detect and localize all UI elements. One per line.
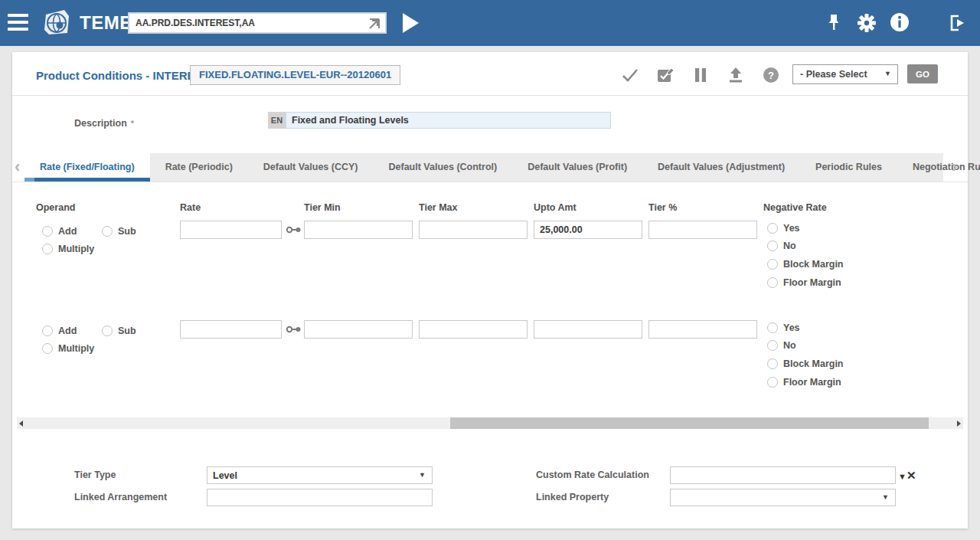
radio-circle-icon: [102, 326, 113, 336]
validate-check-icon[interactable]: [621, 66, 639, 84]
linked-arrangement-label: Linked Arrangement: [74, 492, 167, 502]
row1-upto-amt-input[interactable]: [534, 221, 642, 239]
help-icon[interactable]: ?: [762, 66, 780, 84]
tab-default-values-profit[interactable]: Default Values (Profit): [512, 153, 642, 182]
dropdown-caret-icon[interactable]: ▼: [898, 472, 906, 481]
description-input[interactable]: [286, 112, 611, 129]
radio-circle-icon: [767, 277, 778, 288]
command-line-input[interactable]: [129, 14, 385, 32]
menu-icon[interactable]: [8, 14, 28, 32]
tab-periodic-rules[interactable]: Periodic Rules: [800, 153, 897, 182]
tab-rate-periodic[interactable]: Rate (Periodic): [150, 153, 248, 182]
description-label: Description*: [74, 116, 134, 129]
scroll-left-arrow-icon[interactable]: [19, 421, 23, 427]
chevron-down-icon: ▼: [419, 471, 426, 479]
go-button[interactable]: GO: [907, 64, 938, 83]
radio-circle-icon: [767, 259, 778, 270]
horizontal-scrollbar[interactable]: [17, 417, 963, 429]
row1-negative-rate-no-radio[interactable]: No: [767, 241, 796, 251]
row1-rate-input[interactable]: [180, 221, 282, 239]
tier-type-select[interactable]: Level ▼: [207, 466, 433, 484]
row2-tier-min-input[interactable]: [304, 320, 413, 339]
row2-operand-multiply-radio[interactable]: Multiply: [42, 343, 94, 354]
tab-default-values-ccy[interactable]: Default Values (CCY): [248, 153, 374, 182]
row2-tier-max-input[interactable]: [419, 320, 528, 339]
col-header-negative-rate: Negative Rate: [763, 202, 827, 213]
row2-negative-rate-floor-margin-radio[interactable]: Floor Margin: [767, 377, 841, 388]
row2-tier-pct-input[interactable]: [648, 320, 757, 339]
command-line-box: [128, 12, 387, 34]
row2-negative-rate-block-margin-radio[interactable]: Block Margin: [767, 358, 844, 369]
launch-icon[interactable]: [367, 16, 382, 31]
hold-pause-icon[interactable]: [691, 66, 710, 84]
language-badge: EN: [268, 112, 286, 129]
row1-operand-multiply-radio[interactable]: Multiply: [42, 244, 94, 254]
info-icon[interactable]: [890, 12, 910, 32]
row1-tier-max-input[interactable]: [419, 221, 528, 239]
radio-circle-icon: [767, 340, 778, 351]
custom-rate-icons: ▼✕: [898, 469, 916, 483]
col-header-tier-min: Tier Min: [304, 202, 341, 213]
row2-negative-rate-no-radio[interactable]: No: [767, 340, 796, 351]
col-header-tier-max: Tier Max: [419, 202, 458, 213]
radio-circle-icon: [42, 244, 53, 254]
radio-circle-icon: [42, 326, 53, 336]
linked-property-label: Linked Property: [536, 492, 609, 502]
header-toolbar: ?: [621, 65, 780, 85]
row2-negative-rate-yes-radio[interactable]: Yes: [767, 322, 800, 333]
row1-operand-sub-radio[interactable]: Sub: [102, 226, 136, 237]
run-play-icon[interactable]: [403, 13, 419, 33]
tab-default-values-adjustment[interactable]: Default Values (Adjustment): [642, 153, 800, 182]
edit-validate-icon[interactable]: [656, 66, 675, 84]
linked-property-select[interactable]: ▼: [670, 489, 896, 506]
signout-icon[interactable]: [946, 12, 968, 34]
row1-rate-lookup-key-icon[interactable]: [286, 224, 302, 235]
chevron-down-icon: ▼: [884, 70, 891, 77]
page-title: Product Conditions - INTEREST: [36, 69, 210, 82]
tab-scroll-right-icon[interactable]: ›: [952, 159, 961, 175]
pin-icon[interactable]: [824, 12, 844, 34]
scrollbar-thumb[interactable]: [450, 417, 929, 429]
divider: [12, 95, 968, 96]
temenos-globe-icon: [41, 8, 74, 38]
radio-circle-icon: [767, 358, 778, 369]
col-header-tier-pct: Tier %: [648, 202, 677, 213]
custom-rate-calculation-input[interactable]: [670, 466, 896, 484]
chevron-down-icon: ▼: [882, 493, 889, 501]
tab-scroll-left-icon[interactable]: ‹: [15, 159, 24, 175]
radio-circle-icon: [42, 343, 53, 354]
row2-operand-sub-radio[interactable]: Sub: [102, 326, 136, 336]
tab-rate-fixed-floating[interactable]: Rate (Fixed/Floating): [24, 153, 150, 182]
tab-negotiation-rules[interactable]: Negotiation Rules: [897, 153, 980, 182]
scroll-right-arrow-icon[interactable]: [957, 421, 961, 427]
tab-strip: Rate (Fixed/Floating) Rate (Periodic) De…: [24, 153, 943, 182]
row2-upto-amt-input[interactable]: [534, 320, 642, 339]
tier-type-label: Tier Type: [74, 470, 116, 480]
row2-rate-lookup-key-icon[interactable]: [286, 324, 302, 335]
row1-negative-rate-yes-radio[interactable]: Yes: [767, 223, 800, 234]
svg-text:?: ?: [768, 70, 774, 81]
content-card: Product Conditions - INTEREST FIXED.FLOA…: [12, 52, 968, 529]
tool-actions-select[interactable]: - Please Select ▼: [792, 64, 898, 84]
row1-negative-rate-floor-margin-radio[interactable]: Floor Margin: [767, 277, 841, 288]
row1-negative-rate-block-margin-radio[interactable]: Block Margin: [767, 259, 844, 270]
tab-default-values-control[interactable]: Default Values (Control): [373, 153, 512, 182]
col-header-upto-amt: Upto Amt: [534, 202, 577, 213]
linked-arrangement-input[interactable]: [207, 489, 433, 506]
col-header-rate: Rate: [180, 202, 201, 213]
radio-circle-icon: [767, 241, 778, 251]
row2-operand-add-radio[interactable]: Add: [42, 326, 77, 336]
clear-x-icon[interactable]: ✕: [906, 469, 916, 482]
commit-upload-icon[interactable]: [727, 66, 745, 84]
radio-circle-icon: [767, 223, 778, 234]
row1-tier-pct-input[interactable]: [648, 221, 757, 239]
radio-circle-icon: [767, 377, 778, 388]
row1-operand-add-radio[interactable]: Add: [42, 226, 77, 237]
gear-icon[interactable]: [856, 12, 877, 34]
radio-circle-icon: [102, 226, 113, 237]
top-bar: TEMENOS: [0, 0, 980, 46]
row2-rate-input[interactable]: [180, 320, 282, 339]
divider: [12, 182, 968, 182]
row1-tier-min-input[interactable]: [304, 221, 413, 239]
required-asterisk: *: [131, 119, 134, 128]
